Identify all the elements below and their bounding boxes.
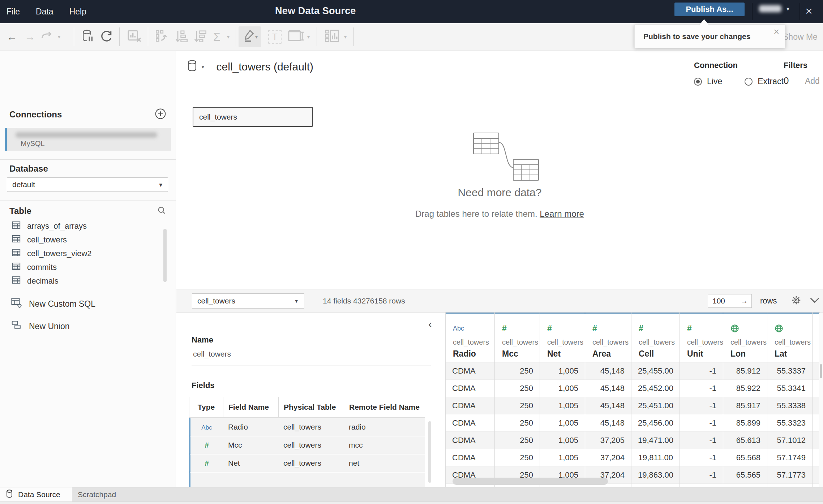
grid-cell[interactable]: 45,148: [585, 380, 631, 397]
grid-cell[interactable]: 65.613: [723, 432, 767, 449]
table-item-cell_towers[interactable]: cell_towers: [0, 233, 163, 247]
chevron-down-icon[interactable]: ▾: [255, 34, 258, 40]
grid-cell[interactable]: -1: [680, 466, 723, 484]
new-custom-sql-button[interactable]: New Custom SQL: [0, 297, 95, 311]
grid-column-header[interactable]: #cell_towersNet: [540, 313, 585, 362]
table-item-commits[interactable]: commits: [0, 260, 163, 274]
grid-cell[interactable]: 57.1012: [767, 432, 812, 449]
totals-sigma-icon[interactable]: Σ: [213, 30, 220, 44]
tab-scratchpad[interactable]: Scratchpad: [78, 487, 116, 502]
connection-item-selected[interactable]: MySQL: [5, 128, 171, 151]
back-button[interactable]: ←: [7, 31, 17, 43]
tab-data-source[interactable]: Data Source: [0, 487, 72, 502]
extract-radio[interactable]: [745, 78, 753, 86]
grid-cell[interactable]: 1,005: [540, 362, 585, 380]
grid-cell[interactable]: 65.568: [723, 449, 767, 466]
refresh-icon[interactable]: [100, 29, 113, 44]
grid-cell[interactable]: 57.1749: [767, 449, 812, 466]
grid-cell[interactable]: 1,005: [540, 380, 585, 397]
sort-descending-icon[interactable]: [193, 29, 207, 45]
grid-cell[interactable]: 55.3323: [767, 414, 812, 432]
pause-updates-icon[interactable]: [82, 29, 94, 44]
group-members-icon[interactable]: [155, 29, 169, 45]
menu-file[interactable]: File: [7, 7, 20, 17]
text-label-icon[interactable]: T: [268, 30, 282, 44]
grid-cell[interactable]: 85.922: [723, 380, 767, 397]
grid-cell[interactable]: 250: [495, 380, 540, 397]
live-radio[interactable]: [694, 78, 702, 86]
grid-column-header[interactable]: #cell_towersCell: [631, 313, 680, 362]
grid-cell[interactable]: 45,148: [585, 397, 631, 414]
collapse-panel-icon[interactable]: ‹: [428, 318, 432, 330]
close-icon[interactable]: ×: [805, 3, 813, 19]
grid-cell[interactable]: 250: [495, 449, 540, 466]
name-value[interactable]: cell_towers: [193, 350, 231, 358]
grid-cell[interactable]: -1: [680, 362, 723, 380]
grid-horizontal-scrollbar[interactable]: [453, 478, 608, 485]
table-selector[interactable]: cell_towers ▼: [192, 293, 304, 309]
grid-cell[interactable]: 55.3341: [767, 380, 812, 397]
grid-cell[interactable]: 45,148: [585, 414, 631, 432]
apply-row-count-icon[interactable]: →: [741, 297, 748, 305]
grid-cell[interactable]: 85.912: [723, 362, 767, 380]
live-label[interactable]: Live: [707, 77, 722, 86]
menu-help[interactable]: Help: [69, 7, 86, 17]
grid-cell[interactable]: 250: [495, 414, 540, 432]
highlight-icon[interactable]: [243, 29, 255, 45]
grid-cell[interactable]: -1: [680, 380, 723, 397]
filters-add-button[interactable]: Add: [805, 76, 820, 86]
collapse-grid-icon[interactable]: [810, 297, 820, 305]
gear-icon[interactable]: [791, 295, 802, 307]
grid-cell[interactable]: 19,811.00: [631, 449, 680, 466]
show-cards-icon[interactable]: [325, 28, 340, 46]
sort-ascending-icon[interactable]: [174, 29, 189, 45]
grid-cell[interactable]: 37,204: [585, 449, 631, 466]
number-type-icon[interactable]: #: [205, 459, 209, 467]
grid-vertical-scrollbar[interactable]: [820, 364, 822, 378]
grid-cell[interactable]: 25,451.00: [631, 397, 680, 414]
publish-as-button[interactable]: Publish As...: [674, 3, 745, 16]
logical-table-node[interactable]: cell_towers: [193, 107, 313, 127]
fields-table-scrollbar[interactable]: [428, 421, 431, 483]
close-icon[interactable]: ×: [773, 26, 779, 38]
text-type-icon[interactable]: Abc: [201, 424, 212, 431]
fields-row-net[interactable]: #Netcell_towersnet: [189, 454, 425, 472]
new-union-button[interactable]: New Union: [0, 319, 70, 333]
grid-cell[interactable]: 250: [495, 432, 540, 449]
grid-cell[interactable]: -1: [680, 449, 723, 466]
grid-column-header[interactable]: #cell_towersArea: [585, 313, 631, 362]
grid-cell[interactable]: 250: [495, 397, 540, 414]
grid-column-header[interactable]: cell_towersLon: [723, 313, 767, 362]
table-item-decimals[interactable]: decimals: [0, 274, 163, 288]
learn-more-link[interactable]: Learn more: [540, 209, 584, 219]
grid-cell[interactable]: 1,005: [540, 432, 585, 449]
clear-sheet-icon[interactable]: [127, 30, 142, 44]
fields-row-mcc[interactable]: #Mcccell_towersmcc: [189, 436, 425, 454]
datasource-title[interactable]: cell_towers (default): [217, 61, 313, 73]
grid-cell[interactable]: CDMA: [446, 380, 494, 397]
grid-column-header[interactable]: #cell_towersUnit: [680, 313, 723, 362]
grid-cell[interactable]: 57.1773: [767, 466, 812, 484]
show-me-button[interactable]: Show Me: [783, 32, 818, 42]
number-type-icon[interactable]: #: [205, 441, 209, 449]
forward-button[interactable]: →: [25, 31, 35, 43]
grid-cell[interactable]: CDMA: [446, 362, 494, 380]
sidebar-scrollbar[interactable]: [163, 229, 167, 282]
grid-cell[interactable]: CDMA: [446, 432, 494, 449]
extract-label[interactable]: Extract: [758, 77, 784, 86]
chevron-down-icon[interactable]: ▾: [227, 34, 230, 40]
table-item-cell_towers_view2[interactable]: cell_towers_view2: [0, 247, 163, 260]
grid-cell[interactable]: 1,005: [540, 397, 585, 414]
grid-cell[interactable]: 25,452.00: [631, 380, 680, 397]
table-item-arrays_of_arrays[interactable]: arrays_of_arrays: [0, 219, 163, 233]
chevron-down-icon[interactable]: ▾: [344, 34, 347, 40]
datasource-db-icon[interactable]: [187, 60, 198, 74]
grid-cell[interactable]: 85.917: [723, 397, 767, 414]
grid-cell[interactable]: 19,471.00: [631, 432, 680, 449]
grid-cell[interactable]: 19,863.00: [631, 466, 680, 484]
grid-cell[interactable]: 25,456.00: [631, 414, 680, 432]
search-icon[interactable]: [157, 206, 166, 216]
grid-cell[interactable]: CDMA: [446, 397, 494, 414]
user-menu[interactable]: ▾: [759, 5, 789, 12]
row-count-input[interactable]: 100 →: [708, 294, 752, 308]
